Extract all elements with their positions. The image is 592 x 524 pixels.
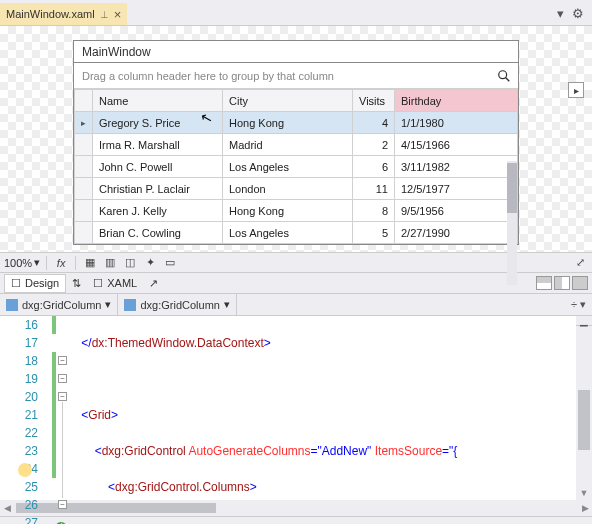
snaplines-icon[interactable]: ▥ — [102, 255, 118, 271]
cell: Los Angeles — [223, 222, 353, 244]
effects-button[interactable]: fx — [53, 255, 69, 271]
designer-expand-button[interactable]: ▸ — [568, 82, 584, 98]
expand-icon[interactable]: ⤢ — [572, 255, 588, 271]
code-area[interactable]: </dx:ThemedWindow.DataContext> <Grid> <d… — [68, 316, 576, 500]
chevron-down-icon: ▾ — [34, 256, 40, 269]
breadcrumb-item[interactable]: dxg:GridColumn▾ — [118, 294, 236, 315]
cell: Christian P. Laclair — [93, 178, 223, 200]
cell: London — [223, 178, 353, 200]
element-icon — [124, 299, 136, 311]
cell: 8 — [353, 200, 395, 222]
horizontal-split-button[interactable] — [554, 276, 570, 290]
table-row[interactable]: John C. PowellLos Angeles63/11/1982 — [75, 156, 518, 178]
swap-panes-icon[interactable]: ⇅ — [72, 277, 81, 290]
fold-toggle[interactable]: − — [58, 500, 67, 509]
search-icon[interactable] — [490, 69, 518, 83]
cell: 12/5/1977 — [395, 178, 518, 200]
sparkle-icon[interactable]: ✦ — [142, 255, 158, 271]
scrollbar-thumb[interactable] — [507, 163, 517, 213]
cell: 6 — [353, 156, 395, 178]
table-row[interactable]: Brian C. CowlingLos Angeles52/27/1990 — [75, 222, 518, 244]
scrollbar-thumb[interactable] — [578, 390, 590, 450]
editor-split-handle[interactable]: ▁ — [576, 316, 592, 326]
designer-split-bar: ☐ Design ⇅ ☐ XAML ↗ — [0, 272, 592, 294]
preview-window: MainWindow Drag a column header here to … — [73, 40, 519, 252]
cell: 4/15/1966 — [395, 134, 518, 156]
cell: 2/27/1990 — [395, 222, 518, 244]
document-tab[interactable]: MainWindow.xaml ⟂ × — [0, 3, 127, 25]
editor-margin: − − − − — [46, 316, 68, 500]
designer-toolbar: 100% ▾ fx ▦ ▥ ◫ ✦ ▭ ⤢ — [0, 252, 592, 272]
data-grid[interactable]: Name City Visits Birthday Gregory S. Pri… — [74, 89, 518, 244]
grid-scrollbar[interactable] — [507, 161, 517, 285]
cell: Madrid — [223, 134, 353, 156]
table-row[interactable]: Irma R. MarshallMadrid24/15/1966 — [75, 134, 518, 156]
cell: 1/1/1980 — [395, 112, 518, 134]
device-icon[interactable]: ▭ — [162, 255, 178, 271]
preview-window-title: MainWindow — [73, 40, 519, 62]
cell: 2 — [353, 134, 395, 156]
document-tab-bar: MainWindow.xaml ⟂ × ▾ ⚙ — [0, 0, 592, 26]
document-tab-title: MainWindow.xaml — [6, 8, 95, 20]
cell: Hong Kong — [223, 112, 353, 134]
close-icon[interactable]: × — [114, 7, 122, 22]
cell: Hong Kong — [223, 200, 353, 222]
table-row[interactable]: Gregory S. Price Hong Kong 4 1/1/1980 — [75, 112, 518, 134]
full-pane-button[interactable] — [572, 276, 588, 290]
group-panel[interactable]: Drag a column header here to group by th… — [74, 63, 518, 89]
cell: Irma R. Marshall — [93, 134, 223, 156]
pin-icon[interactable]: ⟂ — [101, 8, 108, 20]
table-row[interactable]: Karen J. KellyHong Kong89/5/1956 — [75, 200, 518, 222]
svg-line-1 — [506, 77, 510, 81]
element-icon — [6, 299, 18, 311]
fold-toggle[interactable]: − — [58, 356, 67, 365]
cell: 5 — [353, 222, 395, 244]
design-tab[interactable]: ☐ Design — [4, 274, 66, 293]
zoom-dropdown[interactable]: 100% ▾ — [4, 256, 40, 269]
xaml-breadcrumb: dxg:GridColumn▾ dxg:GridColumn▾ ÷ ▾ — [0, 294, 592, 316]
members-dropdown-icon[interactable]: ▾ — [580, 298, 586, 310]
lightbulb-icon[interactable] — [18, 463, 32, 477]
scroll-right-icon[interactable]: ▶ — [578, 503, 592, 513]
grid-snap-icon[interactable]: ▦ — [82, 255, 98, 271]
group-panel-hint: Drag a column header here to group by th… — [74, 70, 490, 82]
grid-control[interactable]: Drag a column header here to group by th… — [73, 62, 519, 245]
chevron-down-icon: ▾ — [224, 298, 230, 311]
vertical-split-button[interactable] — [536, 276, 552, 290]
cell: Gregory S. Price — [93, 112, 223, 134]
cell: 9/5/1956 — [395, 200, 518, 222]
layout-icon[interactable]: ◫ — [122, 255, 138, 271]
xaml-designer-surface[interactable]: ▸ MainWindow Drag a column header here t… — [0, 26, 592, 252]
column-header-birthday[interactable]: Birthday — [395, 90, 518, 112]
chevron-down-icon: ▾ — [105, 298, 111, 311]
cell: 11 — [353, 178, 395, 200]
column-header-visits[interactable]: Visits — [353, 90, 395, 112]
svg-point-0 — [499, 70, 507, 78]
breadcrumb-item[interactable]: dxg:GridColumn▾ — [0, 294, 118, 315]
pane-layout-buttons — [536, 276, 588, 290]
scroll-down-icon[interactable]: ▼ — [580, 486, 589, 500]
column-header-name[interactable]: Name — [93, 90, 223, 112]
fold-toggle[interactable]: − — [58, 374, 67, 383]
column-header-city[interactable]: City — [223, 90, 353, 112]
status-bar: 100 % ▾ No issues found ◂━━━━▸ Ln: 24 Ch… — [0, 516, 592, 524]
row-indicator-header — [75, 90, 93, 112]
editor-horizontal-scrollbar[interactable]: ◀ ▶ — [0, 500, 592, 516]
popout-icon[interactable]: ↗ — [149, 277, 158, 290]
split-editor-icon[interactable]: ÷ — [571, 298, 577, 310]
cell: John C. Powell — [93, 156, 223, 178]
window-dropdown-icon[interactable]: ▾ — [557, 6, 564, 21]
table-row[interactable]: Christian P. LaclairLondon1112/5/1977 — [75, 178, 518, 200]
xaml-tab[interactable]: ☐ XAML — [87, 275, 143, 292]
header-row: Name City Visits Birthday — [75, 90, 518, 112]
cell: Brian C. Cowling — [93, 222, 223, 244]
gear-icon[interactable]: ⚙ — [572, 6, 584, 21]
cell: Karen J. Kelly — [93, 200, 223, 222]
scrollbar-thumb[interactable] — [16, 503, 216, 513]
code-editor[interactable]: 16171819202122232425262728 − − − − </dx:… — [0, 316, 592, 500]
cell: 3/11/1982 — [395, 156, 518, 178]
fold-toggle[interactable]: − — [58, 392, 67, 401]
cell: 4 — [353, 112, 395, 134]
cell: Los Angeles — [223, 156, 353, 178]
editor-vertical-scrollbar[interactable]: ▁ ▲ ▼ — [576, 316, 592, 500]
